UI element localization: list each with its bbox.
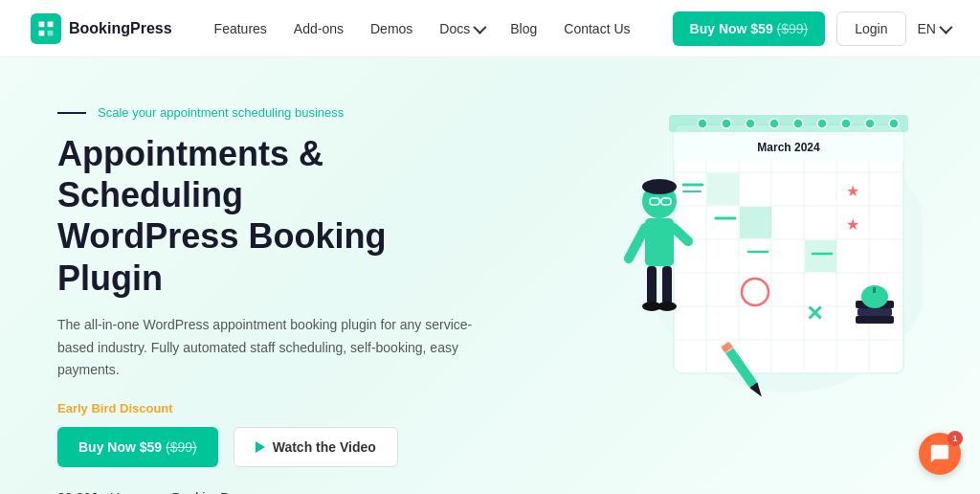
nav-link-blog[interactable]: Blog — [510, 21, 537, 36]
svg-point-57 — [657, 302, 677, 311]
svg-rect-0 — [39, 21, 45, 27]
nav-item-blog[interactable]: Blog — [510, 20, 537, 37]
svg-rect-54 — [647, 266, 657, 304]
nav-actions: Buy Now $59 ($99) Login EN — [673, 11, 949, 46]
logo-icon — [31, 13, 61, 44]
svg-rect-62 — [873, 287, 876, 293]
svg-point-47 — [642, 179, 677, 194]
chat-button[interactable]: 1 — [919, 433, 961, 475]
early-bird-label: Early Bird Discount — [57, 401, 490, 415]
svg-point-15 — [889, 119, 899, 128]
hero-title-line2: WordPress Booking Plugin — [57, 216, 386, 297]
hero-buy-button[interactable]: Buy Now $59 ($99) — [57, 427, 218, 467]
hero-image: March 2024 — [490, 96, 923, 412]
nav-item-docs[interactable]: Docs — [439, 21, 483, 36]
calendar-illustration: March 2024 — [559, 96, 923, 412]
buy-now-button[interactable]: Buy Now $59 ($99) — [673, 11, 826, 46]
svg-rect-32 — [805, 240, 836, 272]
svg-rect-1 — [48, 21, 54, 27]
nav-link-contact[interactable]: Contact Us — [564, 21, 630, 36]
nav-link-addons[interactable]: Add-ons — [294, 21, 344, 36]
login-button[interactable]: Login — [836, 11, 905, 46]
hero-buttons: Buy Now $59 ($99) Watch the Video — [57, 427, 490, 467]
svg-rect-55 — [662, 266, 672, 304]
nav-link-demos[interactable]: Demos — [370, 21, 412, 36]
hero-users: 30,000+ Users ❤ BookingPress — [57, 490, 490, 494]
svg-point-12 — [817, 119, 827, 128]
nav-item-features[interactable]: Features — [214, 20, 267, 37]
chevron-down-icon — [474, 20, 487, 34]
hero-subtitle: Scale your appointment scheduling busine… — [57, 105, 490, 120]
chevron-down-icon — [939, 20, 952, 34]
svg-point-9 — [746, 119, 755, 128]
brand-name: BookingPress — [69, 20, 172, 37]
nav-item-demos[interactable]: Demos — [370, 20, 412, 37]
svg-point-7 — [698, 119, 707, 128]
svg-text:★: ★ — [846, 216, 859, 233]
chat-badge: 1 — [947, 431, 963, 446]
svg-rect-31 — [740, 207, 771, 238]
svg-rect-59 — [858, 308, 892, 316]
hero-section: Scale your appointment scheduling busine… — [0, 57, 980, 494]
svg-rect-51 — [645, 218, 674, 266]
svg-rect-30 — [707, 173, 739, 205]
nav-item-contact[interactable]: Contact Us — [564, 20, 630, 37]
lang-label: EN — [918, 21, 936, 36]
original-price: ($99) — [777, 21, 809, 36]
navbar: BookingPress Features Add-ons Demos Docs… — [0, 0, 980, 57]
hero-description: The all-in-one WordPress appointment boo… — [57, 314, 490, 382]
svg-point-14 — [865, 119, 875, 128]
svg-point-10 — [769, 119, 779, 128]
svg-point-13 — [841, 119, 851, 128]
svg-line-52 — [629, 228, 645, 258]
hero-original-price: ($99) — [166, 439, 197, 455]
svg-rect-2 — [39, 30, 45, 35]
nav-links: Features Add-ons Demos Docs Blog Contact… — [214, 20, 631, 37]
hero-title: Appointments & Scheduling WordPress Book… — [57, 133, 490, 299]
users-count: 30,000+ Users — [57, 490, 145, 494]
logo[interactable]: BookingPress — [31, 13, 172, 44]
svg-text:✕: ✕ — [806, 302, 823, 326]
play-icon — [256, 441, 265, 453]
watch-video-button[interactable]: Watch the Video — [234, 427, 398, 467]
heart-icon: ❤ — [152, 490, 164, 494]
svg-point-8 — [722, 119, 731, 128]
watch-btn-label: Watch the Video — [273, 439, 376, 455]
svg-point-11 — [793, 119, 803, 128]
svg-text:★: ★ — [846, 183, 859, 199]
brand-ref: BookingPress — [171, 490, 254, 494]
svg-rect-3 — [48, 30, 54, 35]
hero-title-line1: Appointments & Scheduling — [57, 134, 323, 214]
hero-content: Scale your appointment scheduling busine… — [57, 96, 490, 494]
nav-link-features[interactable]: Features — [214, 21, 267, 36]
subtitle-text: Scale your appointment scheduling busine… — [98, 105, 344, 120]
nav-link-docs[interactable]: Docs — [439, 21, 483, 36]
nav-item-addons[interactable]: Add-ons — [294, 20, 344, 37]
svg-text:March 2024: March 2024 — [757, 141, 820, 154]
svg-rect-58 — [856, 316, 894, 324]
language-selector[interactable]: EN — [918, 21, 949, 36]
subtitle-line — [57, 112, 86, 114]
